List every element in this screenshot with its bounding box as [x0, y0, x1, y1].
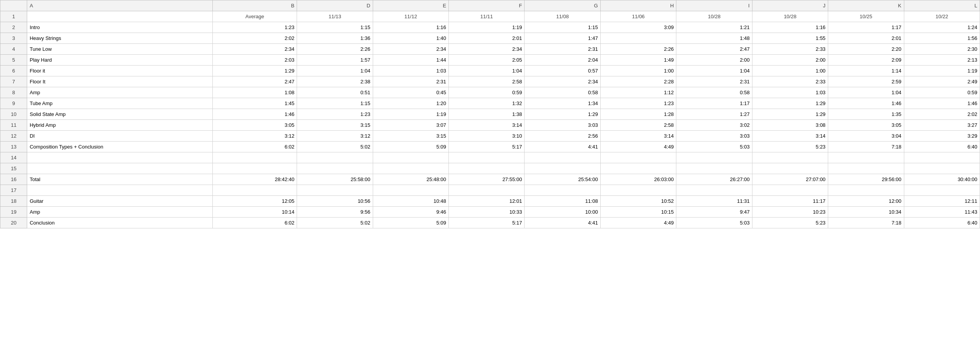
- cell-col-d: 1:15: [297, 22, 373, 33]
- cell-col-e: 1:19: [373, 109, 448, 120]
- row-number-cell: 19: [0, 207, 27, 218]
- cell-col-i: [676, 152, 752, 163]
- cell-col-h: 4:49: [600, 142, 676, 152]
- cell-col-j: 1:16: [752, 22, 828, 33]
- cell-col-f: 2:34: [449, 44, 525, 55]
- cell-col-h: 3:14: [600, 131, 676, 142]
- cell-col-f: [449, 152, 525, 163]
- cell-col-j: 1:29: [752, 98, 828, 109]
- row-number-cell: 5: [0, 55, 27, 66]
- table-row: 3Heavy Strings2:021:361:402:011:471:481:…: [0, 33, 980, 44]
- cell-col-j: 1:03: [752, 87, 828, 98]
- cell-col-k: 7:18: [828, 142, 904, 152]
- table-row: 18Guitar12:0510:5610:4812:0111:0810:5211…: [0, 196, 980, 207]
- col-header-i: I: [676, 0, 752, 11]
- cell-col-l: 3:27: [904, 120, 980, 131]
- row-number-cell: 13: [0, 142, 27, 152]
- col-header-d: D: [297, 0, 373, 11]
- cell-col-d: 1:23: [297, 109, 373, 120]
- cell-col-h: 2:26: [600, 44, 676, 55]
- cell-col-i: 3:02: [676, 120, 752, 131]
- row-number-cell: 14: [0, 152, 27, 163]
- cell-col-f: 3:14: [449, 120, 525, 131]
- cell-col-l: 12:11: [904, 196, 980, 207]
- cell-col-l: 6:40: [904, 218, 980, 228]
- row-number-cell: 20: [0, 218, 27, 228]
- cell-col-f: 1:19: [449, 22, 525, 33]
- cell-col-g: 11/08: [525, 11, 600, 22]
- cell-col-i: 1:27: [676, 109, 752, 120]
- cell-col-b: 12:05: [213, 196, 297, 207]
- cell-col-f: [449, 185, 525, 196]
- cell-col-j: [752, 152, 828, 163]
- cell-col-b: 28:42:40: [213, 174, 297, 185]
- cell-col-i: 2:00: [676, 55, 752, 66]
- table-row: 17: [0, 185, 980, 196]
- table-row: 9Tube Amp1:451:151:201:321:341:231:171:2…: [0, 98, 980, 109]
- cell-col-i: 2:47: [676, 44, 752, 55]
- cell-col-g: 1:34: [525, 98, 600, 109]
- cell-col-k: [828, 185, 904, 196]
- cell-col-d: 1:04: [297, 66, 373, 76]
- row-number-cell: 7: [0, 76, 27, 87]
- row-number-cell: 8: [0, 87, 27, 98]
- cell-col-j: 3:14: [752, 131, 828, 142]
- cell-col-l: [904, 163, 980, 174]
- cell-col-b: 1:45: [213, 98, 297, 109]
- cell-col-g: 4:41: [525, 218, 600, 228]
- cell-col-h: 10:52: [600, 196, 676, 207]
- cell-col-g: 2:34: [525, 76, 600, 87]
- cell-col-i: 3:03: [676, 131, 752, 142]
- cell-col-j: 5:23: [752, 218, 828, 228]
- cell-col-a: Tune Low: [27, 44, 213, 55]
- cell-col-l: 6:40: [904, 142, 980, 152]
- cell-col-k: 2:01: [828, 33, 904, 44]
- cell-col-h: [600, 152, 676, 163]
- cell-col-a: Heavy Strings: [27, 33, 213, 44]
- cell-col-l: 3:29: [904, 131, 980, 142]
- row-number-cell: 10: [0, 109, 27, 120]
- cell-col-k: 7:18: [828, 218, 904, 228]
- cell-col-d: 1:57: [297, 55, 373, 66]
- cell-col-l: 1:24: [904, 22, 980, 33]
- cell-col-l: [904, 185, 980, 196]
- cell-col-f: [449, 163, 525, 174]
- table-row: 19Amp10:149:569:4610:3310:0010:159:4710:…: [0, 207, 980, 218]
- cell-col-f: 12:01: [449, 196, 525, 207]
- cell-col-h: 11/06: [600, 11, 676, 22]
- cell-col-k: 2:59: [828, 76, 904, 87]
- cell-col-h: 3:09: [600, 22, 676, 33]
- cell-col-j: [752, 185, 828, 196]
- cell-col-i: 1:48: [676, 33, 752, 44]
- cell-col-a: Hybrid Amp: [27, 120, 213, 131]
- table-row: 15: [0, 163, 980, 174]
- cell-col-g: [525, 152, 600, 163]
- cell-col-l: 10/22: [904, 11, 980, 22]
- cell-col-b: 1:23: [213, 22, 297, 33]
- cell-col-i: [676, 163, 752, 174]
- table-row: 8Amp1:080:510:450:590:581:120:581:031:04…: [0, 87, 980, 98]
- cell-col-a: Tube Amp: [27, 98, 213, 109]
- col-header-e: E: [373, 0, 448, 11]
- cell-col-d: 5:02: [297, 142, 373, 152]
- cell-col-j: 3:08: [752, 120, 828, 131]
- cell-col-f: 2:01: [449, 33, 525, 44]
- cell-col-a: DI: [27, 131, 213, 142]
- cell-col-a: Solid State Amp: [27, 109, 213, 120]
- cell-col-h: 26:03:00: [600, 174, 676, 185]
- row-number-cell: 4: [0, 44, 27, 55]
- cell-col-a: Guitar: [27, 196, 213, 207]
- cell-col-e: 3:15: [373, 131, 448, 142]
- cell-col-g: [525, 185, 600, 196]
- table-row: 11Hybrid Amp3:053:153:073:143:032:583:02…: [0, 120, 980, 131]
- table-row: 20Conclusion6:025:025:095:174:414:495:03…: [0, 218, 980, 228]
- cell-col-d: [297, 152, 373, 163]
- cell-col-b: Average: [213, 11, 297, 22]
- cell-col-k: 3:05: [828, 120, 904, 131]
- row-number-cell: 15: [0, 163, 27, 174]
- cell-col-l: 2:02: [904, 109, 980, 120]
- cell-col-d: 2:38: [297, 76, 373, 87]
- cell-col-g: 0:58: [525, 87, 600, 98]
- cell-col-g: 2:04: [525, 55, 600, 66]
- cell-col-f: 1:38: [449, 109, 525, 120]
